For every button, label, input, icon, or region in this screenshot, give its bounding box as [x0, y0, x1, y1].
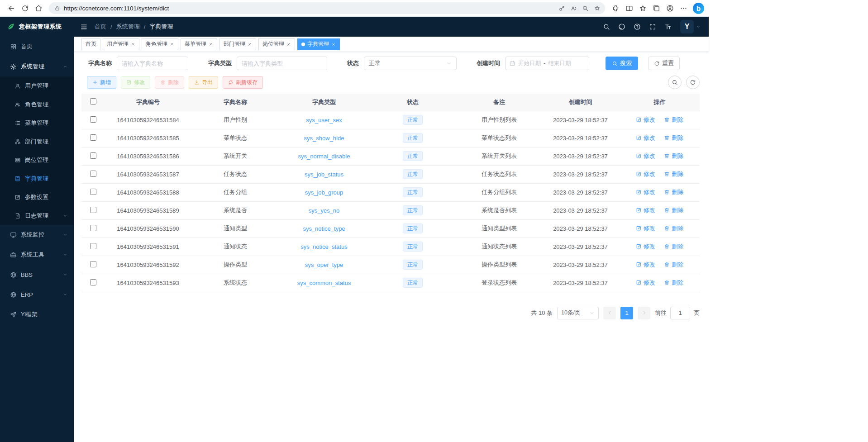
close-icon[interactable] — [170, 42, 174, 47]
table-row[interactable]: 1641030593246531590 通知类型 sys_notice_type… — [81, 219, 700, 238]
hamburger-button[interactable] — [74, 17, 94, 37]
home-button[interactable] — [32, 1, 45, 15]
toggle-search-button[interactable] — [668, 76, 682, 89]
close-icon[interactable] — [209, 42, 213, 47]
dict-type-input[interactable] — [242, 60, 322, 67]
dict-type-link[interactable]: sys_oper_type — [305, 261, 343, 268]
tab-0[interactable]: 首页 — [81, 38, 100, 50]
row-checkbox[interactable] — [90, 134, 96, 141]
row-edit-button[interactable]: 修改 — [636, 224, 655, 233]
refresh-cache-button[interactable]: 刷新缓存 — [223, 76, 263, 89]
table-row[interactable]: 1641030593246531589 系统是否 sys_yes_no 正常 系… — [81, 201, 700, 219]
sidebar-item-dept[interactable]: 部门管理 — [0, 132, 74, 151]
app-logo[interactable]: 意框架管理系统 — [0, 17, 74, 37]
row-edit-button[interactable]: 修改 — [636, 134, 655, 142]
row-edit-button[interactable]: 修改 — [636, 170, 655, 178]
row-delete-button[interactable]: 删除 — [664, 116, 683, 124]
table-row[interactable]: 1641030593246531585 菜单状态 sys_show_hide 正… — [81, 129, 700, 147]
row-checkbox[interactable] — [90, 279, 96, 285]
row-checkbox[interactable] — [90, 261, 96, 267]
status-select[interactable]: 正常 — [364, 57, 457, 70]
read-aloud-button[interactable] — [568, 2, 579, 14]
row-edit-button[interactable]: 修改 — [636, 152, 655, 160]
sidebar-item-post[interactable]: 岗位管理 — [0, 151, 74, 169]
row-checkbox[interactable] — [90, 171, 96, 177]
dict-name-input[interactable] — [122, 60, 183, 67]
tab-4[interactable]: 部门管理 — [219, 38, 256, 50]
caret-down-icon[interactable] — [696, 24, 701, 29]
select-all-checkbox[interactable] — [90, 98, 96, 105]
row-delete-button[interactable]: 删除 — [664, 279, 683, 287]
table-row[interactable]: 1641030593246531593 系统状态 sys_common_stat… — [81, 274, 700, 292]
row-edit-button[interactable]: 修改 — [636, 206, 655, 214]
dict-type-link[interactable]: sys_job_status — [305, 171, 343, 178]
tab-5[interactable]: 岗位管理 — [258, 38, 295, 50]
export-button[interactable]: 导出 — [189, 76, 218, 89]
table-row[interactable]: 1641030593246531586 系统开关 sys_normal_disa… — [81, 147, 700, 165]
sidebar-item-system[interactable]: 系统管理 — [0, 57, 74, 76]
add-button[interactable]: 新增 — [87, 76, 116, 89]
back-button[interactable] — [5, 1, 18, 15]
breadcrumb-item[interactable]: 系统管理 — [116, 23, 140, 31]
sidebar-item-user[interactable]: 用户管理 — [0, 76, 74, 95]
close-icon[interactable] — [248, 42, 252, 47]
goto-page-input[interactable] — [670, 307, 690, 319]
row-delete-button[interactable]: 删除 — [664, 134, 683, 142]
sidebar-item-role[interactable]: 角色管理 — [0, 95, 74, 114]
font-size-button[interactable] — [660, 17, 676, 37]
refresh-button[interactable] — [18, 1, 32, 15]
table-row[interactable]: 1641030593246531584 用户性别 sys_user_sex 正常… — [81, 111, 700, 129]
address-bar[interactable]: https://ccnetcore.com:1101/system/dict — [49, 2, 605, 14]
sidebar-item-tool[interactable]: 系统工具 — [0, 245, 74, 265]
search-button[interactable]: 搜索 — [606, 57, 638, 70]
sidebar-item-menu[interactable]: 菜单管理 — [0, 114, 74, 132]
sidebar-item-config[interactable]: 参数设置 — [0, 188, 74, 206]
row-checkbox[interactable] — [90, 189, 96, 195]
dict-type-link[interactable]: sys_job_group — [305, 189, 343, 196]
sidebar-item-monitor[interactable]: 系统监控 — [0, 225, 74, 245]
row-edit-button[interactable]: 修改 — [636, 261, 655, 269]
row-delete-button[interactable]: 删除 — [664, 152, 683, 160]
copilot-button[interactable]: b — [693, 3, 704, 14]
profile-button[interactable] — [663, 1, 677, 15]
question-button[interactable] — [630, 17, 645, 37]
row-edit-button[interactable]: 修改 — [636, 279, 655, 287]
more-button[interactable] — [677, 1, 690, 15]
tab-2[interactable]: 角色管理 — [142, 38, 178, 50]
split-screen-button[interactable] — [622, 1, 636, 15]
row-delete-button[interactable]: 删除 — [664, 206, 683, 214]
dict-type-link[interactable]: sys_notice_type — [303, 225, 345, 232]
table-row[interactable]: 1641030593246531587 任务状态 sys_job_status … — [81, 165, 700, 183]
next-page-button[interactable] — [638, 307, 650, 319]
breadcrumb-item[interactable]: 首页 — [95, 23, 106, 31]
delete-button[interactable]: 删除 — [155, 76, 184, 89]
dict-type-link[interactable]: sys_show_hide — [304, 135, 344, 142]
url-text[interactable]: https://ccnetcore.com:1101/system/dict — [64, 5, 556, 12]
key-button[interactable] — [556, 2, 568, 14]
sidebar-item-erp[interactable]: ERP — [0, 285, 74, 304]
page-1-button[interactable]: 1 — [620, 307, 633, 319]
row-edit-button[interactable]: 修改 — [636, 116, 655, 124]
tab-3[interactable]: 菜单管理 — [181, 38, 217, 50]
row-delete-button[interactable]: 删除 — [664, 242, 683, 251]
reset-button[interactable]: 重置 — [648, 57, 680, 70]
close-icon[interactable] — [131, 42, 135, 47]
table-row[interactable]: 1641030593246531592 操作类型 sys_oper_type 正… — [81, 256, 700, 274]
row-checkbox[interactable] — [90, 116, 96, 123]
sidebar-item-dict[interactable]: 字典管理 — [0, 169, 74, 188]
row-delete-button[interactable]: 删除 — [664, 224, 683, 233]
page-size-select[interactable]: 10条/页 — [557, 307, 599, 319]
github-button[interactable] — [614, 17, 630, 37]
sidebar-item-log[interactable]: 日志管理 — [0, 206, 74, 225]
row-delete-button[interactable]: 删除 — [664, 170, 683, 178]
dict-type-link[interactable]: sys_yes_no — [309, 207, 340, 214]
user-avatar[interactable]: Y — [680, 20, 694, 33]
dict-type-link[interactable]: sys_normal_disable — [298, 153, 350, 160]
sidebar-item-yiframe[interactable]: Yi框架 — [0, 304, 74, 324]
row-checkbox[interactable] — [90, 207, 96, 213]
row-checkbox[interactable] — [90, 243, 96, 249]
dict-type-link[interactable]: sys_common_status — [297, 280, 351, 286]
fullscreen-button[interactable] — [645, 17, 660, 37]
row-edit-button[interactable]: 修改 — [636, 242, 655, 251]
dict-type-link[interactable]: sys_user_sex — [306, 117, 342, 124]
